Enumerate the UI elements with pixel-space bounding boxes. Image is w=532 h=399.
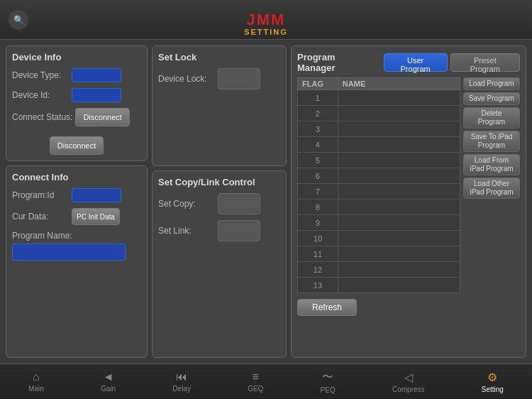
refresh-button[interactable]: Refresh (297, 299, 357, 316)
row-name (338, 246, 460, 262)
row-flag: 2 (298, 106, 338, 121)
table-row[interactable]: 9 (298, 215, 460, 231)
disconnect-button[interactable]: Disconnect (50, 136, 104, 155)
program-action-buttons: Load Program Save Program Delete Program… (463, 77, 520, 293)
program-id-input[interactable] (72, 188, 121, 202)
device-type-label: Device Type: (12, 70, 69, 80)
device-type-row: Device Type: (12, 68, 141, 82)
set-link-row: Set Link: (158, 220, 280, 241)
program-table: FLAG NAME 1 2 3 4 5 6 7 (297, 77, 460, 293)
device-id-row: Device Id: (12, 88, 141, 102)
table-row[interactable]: 10 (298, 231, 460, 246)
search-icon: 🔍 (13, 15, 24, 25)
nav-delay[interactable]: ⏮ Delay (167, 368, 196, 395)
connect-info-panel: Connect Info Program:Id Cur Data: PC Ini… (6, 165, 148, 358)
cur-data-label: Cur Data: (12, 212, 69, 222)
program-manager-header: Program Manager User Program Preset Prog… (297, 52, 520, 73)
user-program-button[interactable]: User Program (384, 53, 448, 72)
preset-program-button[interactable]: Preset Program (450, 53, 520, 72)
device-lock-row: Device Lock: (158, 68, 280, 89)
table-row[interactable]: 8 (298, 200, 460, 215)
table-row[interactable]: 6 (298, 168, 460, 184)
left-column: Device Info Device Type: Device Id: Conn… (6, 45, 148, 358)
row-name (338, 106, 460, 121)
program-manager-panel: Program Manager User Program Preset Prog… (291, 45, 526, 358)
pc-init-button[interactable]: PC Init Data (72, 208, 120, 225)
compress-label: Compress (392, 386, 425, 393)
load-ipad-button[interactable]: Load From iPad Program (463, 154, 520, 175)
nav-gain[interactable]: ◄ Gain (95, 368, 121, 395)
table-row[interactable]: 3 (298, 121, 460, 137)
row-flag: 10 (298, 231, 338, 246)
row-flag: 12 (298, 262, 338, 278)
set-copy-panel: Set Copy/Link Control Set Copy: Set Link… (152, 170, 287, 358)
nav-main[interactable]: ⌂ Main (23, 368, 50, 395)
table-row[interactable]: 11 (298, 246, 460, 262)
set-copy-toggle[interactable] (218, 193, 260, 214)
program-name-label: Program Name: (12, 231, 72, 241)
device-lock-toggle[interactable] (218, 68, 260, 89)
row-name (338, 121, 460, 137)
nav-compress[interactable]: ◁ Compress (387, 368, 431, 396)
name-col-header: NAME (338, 78, 460, 90)
setting-icon: ⚙ (487, 371, 497, 384)
main-content: Device Info Device Type: Device Id: Conn… (0, 40, 532, 364)
row-flag: 13 (298, 278, 338, 293)
row-name (338, 153, 460, 168)
table-row[interactable]: 13 (298, 278, 460, 293)
peq-label: PEQ (321, 386, 336, 394)
load-program-button[interactable]: Load Program (463, 77, 520, 90)
table-row[interactable]: 12 (298, 262, 460, 278)
nav-setting[interactable]: ⚙ Setting (476, 368, 509, 396)
row-flag: 1 (298, 90, 338, 106)
geq-label: GEQ (248, 385, 263, 393)
connect-status-row: Connect Status: Disconnect (12, 108, 141, 126)
device-id-input[interactable] (72, 88, 121, 102)
delete-program-button[interactable]: Delete Program (463, 107, 520, 129)
row-name (338, 168, 460, 184)
row-flag: 9 (298, 215, 338, 231)
middle-column: Set Lock Device Lock: Set Copy/Link Cont… (152, 45, 287, 358)
row-flag: 7 (298, 184, 338, 200)
set-link-label: Set Link: (158, 226, 215, 236)
program-table-area: FLAG NAME 1 2 3 4 5 6 7 (297, 77, 520, 293)
load-other-ipad-button[interactable]: Load Other iPad Program (463, 177, 520, 199)
delay-label: Delay (172, 385, 191, 393)
row-flag: 6 (298, 168, 338, 184)
row-flag: 5 (298, 153, 338, 168)
row-name (338, 278, 460, 293)
save-ipad-button[interactable]: Save To iPad Program (463, 131, 520, 152)
row-flag: 8 (298, 200, 338, 215)
setting-label: Setting (482, 386, 504, 393)
save-program-button[interactable]: Save Program (463, 92, 520, 105)
nav-peq[interactable]: 〜 PEQ (315, 367, 341, 397)
set-link-toggle[interactable] (218, 220, 260, 241)
row-name (338, 90, 460, 106)
table-row[interactable]: 4 (298, 137, 460, 153)
table-row[interactable]: 5 (298, 153, 460, 168)
program-id-row: Program:Id (12, 188, 141, 202)
device-info-title: Device Info (12, 52, 141, 62)
set-copy-label: Set Copy: (158, 199, 215, 209)
gain-label: Gain (101, 385, 116, 393)
connect-status-btn[interactable]: Disconnect (75, 108, 129, 126)
program-name-input[interactable] (12, 244, 126, 261)
cur-data-row: Cur Data: PC Init Data (12, 208, 141, 225)
row-flag: 4 (298, 137, 338, 153)
device-type-input[interactable] (72, 68, 121, 82)
row-name (338, 184, 460, 200)
device-lock-label: Device Lock: (158, 74, 215, 84)
table-row[interactable]: 2 (298, 106, 460, 121)
table-row[interactable]: 1 (298, 90, 460, 106)
row-flag: 3 (298, 121, 338, 137)
nav-geq[interactable]: ≡ GEQ (242, 368, 269, 395)
set-lock-title: Set Lock (158, 52, 280, 62)
logo: JMM (247, 11, 286, 29)
search-button[interactable]: 🔍 (9, 10, 28, 30)
set-copy-title: Set Copy/Link Control (158, 177, 280, 187)
table-row[interactable]: 7 (298, 184, 460, 200)
page-title: SETTING (244, 28, 288, 36)
footer-nav: ⌂ Main ◄ Gain ⏮ Delay ≡ GEQ 〜 PEQ ◁ Comp… (0, 364, 532, 399)
row-flag: 11 (298, 246, 338, 262)
right-column: Program Manager User Program Preset Prog… (291, 45, 526, 358)
